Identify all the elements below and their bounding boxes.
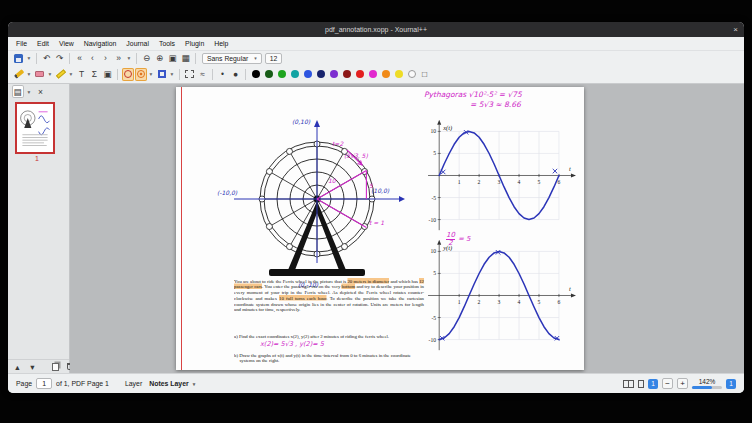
- color-white[interactable]: [406, 68, 418, 81]
- sidebar-tab-caret[interactable]: ▾: [26, 85, 33, 98]
- layer-count-badge[interactable]: 1: [648, 379, 658, 389]
- color-red[interactable]: [354, 68, 366, 81]
- x-graph: 123456105-5-10x(t)t: [424, 117, 578, 236]
- select-region-tool[interactable]: [184, 68, 196, 81]
- document-area[interactable]: (0,10) (-10,0) (10,0) (0,-10) t=2 (5√3, …: [70, 84, 744, 373]
- color-blue[interactable]: [302, 68, 314, 81]
- text-tool[interactable]: T: [76, 68, 88, 81]
- zoom-out-button[interactable]: −: [662, 378, 673, 389]
- grid-view-button[interactable]: ▦: [180, 52, 192, 65]
- math-tex-tool[interactable]: Σ: [89, 68, 101, 81]
- shape-options-caret[interactable]: ▾: [148, 68, 155, 81]
- size-fine-button[interactable]: •: [217, 68, 229, 81]
- menu-item-tools[interactable]: Tools: [154, 37, 180, 50]
- pen-options-caret[interactable]: ▾: [26, 68, 33, 81]
- shape-circle-tool[interactable]: [122, 68, 134, 81]
- shape-arc-tool[interactable]: [135, 68, 147, 81]
- save-button[interactable]: [13, 52, 25, 65]
- dual-page-view-icon[interactable]: [623, 380, 634, 388]
- pen-tool[interactable]: [13, 68, 25, 81]
- rectangle-tool[interactable]: [156, 68, 168, 81]
- zoom-fit-button[interactable]: ▣: [167, 52, 179, 65]
- axis-label-right: (10,0): [371, 187, 390, 194]
- color-picker-button[interactable]: □: [419, 68, 431, 81]
- color-black[interactable]: [250, 68, 262, 81]
- sidebar-bottom-toolbar: ▴▾: [8, 359, 69, 373]
- highlighter-tool[interactable]: [55, 68, 67, 81]
- eraser-tool[interactable]: [34, 68, 46, 81]
- color-yellow[interactable]: [393, 68, 405, 81]
- svg-text:4: 4: [518, 179, 521, 185]
- svg-text:6: 6: [557, 299, 560, 305]
- svg-text:3: 3: [498, 179, 501, 185]
- size-medium-button[interactable]: ●: [230, 68, 242, 81]
- toolbar-separator: [212, 69, 213, 80]
- page-options-caret[interactable]: ▾: [126, 52, 133, 65]
- highlighted-text: 10 full turns each hour: [279, 295, 326, 301]
- color-purple[interactable]: [328, 68, 340, 81]
- next-page-button[interactable]: ›: [100, 52, 112, 65]
- color-magenta[interactable]: [367, 68, 379, 81]
- svg-text:-10: -10: [429, 217, 437, 223]
- page-count-badge[interactable]: 1: [726, 379, 736, 389]
- undo-button[interactable]: ↶: [41, 52, 53, 65]
- copy-page-button[interactable]: [50, 360, 62, 373]
- move-page-up-button[interactable]: ▴: [12, 360, 24, 373]
- highlighter-options-caret[interactable]: ▾: [68, 68, 75, 81]
- toolbar-separator: [136, 53, 137, 64]
- annotation-t2: t=2: [332, 140, 344, 147]
- zoom-in-button[interactable]: ⊕: [154, 52, 166, 65]
- zoom-in-button[interactable]: +: [677, 378, 688, 389]
- ferris-wheel-figure: (0,10) (-10,0) (10,0) (0,-10) t=2 (5√3, …: [216, 113, 418, 297]
- close-window-button[interactable]: ×: [733, 22, 738, 37]
- color-teal[interactable]: [289, 68, 301, 81]
- zoom-out-button[interactable]: ⊖: [141, 52, 153, 65]
- menu-item-file[interactable]: File: [11, 37, 32, 50]
- text-segment: and which has: [389, 278, 419, 284]
- font-name-select[interactable]: Sans Regular ▾: [202, 53, 262, 64]
- titlebar[interactable]: pdf_annotation.xopp - Xournal++ ×: [8, 22, 744, 37]
- layer-select[interactable]: Notes Layer ▾: [146, 380, 198, 387]
- font-size-select[interactable]: 12: [265, 53, 283, 64]
- move-page-down-button[interactable]: ▾: [27, 360, 39, 373]
- menu-item-edit[interactable]: Edit: [32, 37, 54, 50]
- pythagoras-line1: Pythagoras √10²-5² = √75: [424, 90, 522, 100]
- menu-item-plugin[interactable]: Plugin: [180, 37, 209, 50]
- sidebar-close-button[interactable]: ×: [35, 85, 47, 98]
- select-lasso-tool[interactable]: ≈: [197, 68, 209, 81]
- page-thumbnail[interactable]: [15, 102, 55, 154]
- sidebar-tab-preview[interactable]: ▤: [12, 85, 24, 98]
- first-page-button[interactable]: «: [74, 52, 86, 65]
- rectangle-options-caret[interactable]: ▾: [169, 68, 176, 81]
- toolbar-navigation: ▾↶↷«‹›»▾⊖⊕▣▦ Sans Regular ▾ 12: [8, 50, 744, 65]
- color-dark-green[interactable]: [263, 68, 275, 81]
- single-page-view-icon[interactable]: [638, 380, 644, 388]
- svg-text:t: t: [569, 165, 571, 172]
- y-graph: 123456105-5-10y(t)t: [424, 237, 578, 356]
- statusbar: Page 1 of 1, PDF Page 1 Layer Notes Laye…: [8, 373, 744, 393]
- pdf-page[interactable]: (0,10) (-10,0) (10,0) (0,-10) t=2 (5√3, …: [176, 87, 584, 370]
- redo-button[interactable]: ↷: [54, 52, 66, 65]
- svg-text:4: 4: [518, 299, 521, 305]
- color-orange[interactable]: [380, 68, 392, 81]
- color-maroon[interactable]: [341, 68, 353, 81]
- zoom-slider[interactable]: [692, 386, 722, 389]
- menu-item-navigation[interactable]: Navigation: [79, 37, 122, 50]
- page-label: Page: [16, 380, 32, 387]
- menu-item-journal[interactable]: Journal: [121, 37, 154, 50]
- save-options-caret[interactable]: ▾: [26, 52, 33, 65]
- svg-text:5: 5: [433, 150, 436, 156]
- page-number-input[interactable]: 1: [36, 378, 52, 389]
- image-tool[interactable]: ▣: [102, 68, 114, 81]
- last-page-button[interactable]: »: [113, 52, 125, 65]
- prev-page-button[interactable]: ‹: [87, 52, 99, 65]
- menu-item-view[interactable]: View: [54, 37, 79, 50]
- eraser-options-caret[interactable]: ▾: [47, 68, 54, 81]
- menu-item-help[interactable]: Help: [209, 37, 233, 50]
- zoom-control[interactable]: 142%: [692, 378, 722, 389]
- margin-line: [181, 87, 182, 370]
- app-window: pdf_annotation.xopp - Xournal++ × FileEd…: [8, 22, 744, 393]
- svg-text:3: 3: [498, 299, 501, 305]
- color-green[interactable]: [276, 68, 288, 81]
- color-navy[interactable]: [315, 68, 327, 81]
